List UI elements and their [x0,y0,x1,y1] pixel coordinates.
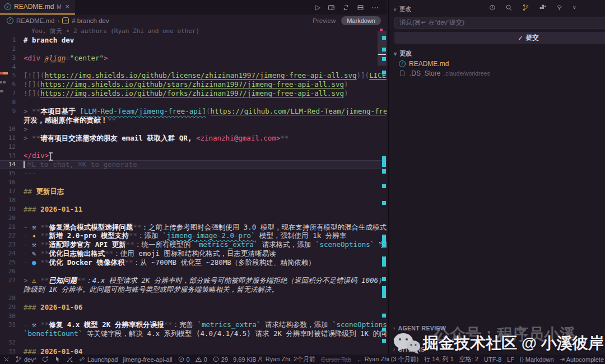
play-icon[interactable]: ▷ [315,3,320,11]
panel-section-gitlens[interactable]: ›GITLENS [389,344,605,354]
status-item[interactable] [66,356,73,363]
code-line[interactable]: `benefitCount` 等关键字段，解决 4.x 系列模型 (4.0/4.… [0,329,387,338]
code-line[interactable]: 20 [0,214,387,223]
code-line[interactable]: 24- ✎ **优化日志输出格式**：使用 emoji 图标和结构化格式，日志更… [0,249,387,258]
code-line[interactable]: 10> [0,125,387,134]
status-item-0[interactable]: 0 [195,356,207,363]
code-line[interactable]: 29### 2026-01-06 [0,303,387,312]
code-line[interactable]: 14⌘L to chat, ⌘K to generate [0,160,387,169]
broadcast-icon[interactable] [556,4,563,11]
code-line[interactable]: 13</div> [0,151,387,160]
source-control-icon[interactable] [522,4,529,11]
code-line[interactable]: 2 [0,45,387,54]
code-line[interactable]: 17## 更新日志 [0,187,387,196]
status-item-utf-8[interactable]: UTF-8 [484,356,501,363]
status-item-autocomplete[interactable]: ⇥Autocomplete [560,356,604,363]
commit-button[interactable]: ✓ 提交 [394,32,605,44]
status-item-markdown[interactable]: {}Markdown [520,356,553,363]
code-line[interactable]: 18 [0,196,387,205]
tab-key-icon[interactable]: ⇥ [560,356,565,363]
status-item-29[interactable]: 29 [212,356,228,363]
code-line[interactable]: 5[![](https://img.shields.io/github/lice… [0,71,387,80]
code-line[interactable]: 31- ⚒ **修复 4.x 模型 2K 分辨率积分误报**：完善 `metri… [0,320,387,329]
code-line[interactable]: 7![](https://img.shields.io/github/forks… [0,89,387,98]
breadcrumb-file[interactable]: README.md [16,17,54,24]
preview-label[interactable]: Preview [313,17,336,24]
swords-icon[interactable] [66,356,73,363]
changes-tree-header[interactable]: ∨ 更改 [393,49,605,58]
code-line[interactable]: 19### 2026-01-11 [0,205,387,214]
code-line[interactable]: 8 [0,98,387,107]
scrollbar[interactable] [376,27,387,354]
status-item-jimeng-free-api-all[interactable]: jimeng-free-api-all [123,356,172,363]
readme-file-icon[interactable]: i [399,60,406,67]
close-icon[interactable]: × [66,3,69,11]
extensions-icon[interactable] [539,4,546,11]
status-item-9-69-kib[interactable]: 9.69 KiB [233,356,257,363]
more-icon[interactable]: ⋯ [371,3,379,12]
changed-file-row[interactable]: iREADME.md [389,59,605,68]
breadcrumb[interactable]: i README.md › ≡ # branch dev Preview Mar… [0,15,387,27]
code-line[interactable]: 4 [0,63,387,72]
code-line[interactable]: 9> **本项目基于 [LLM-Red-Team/jimeng-free-api… [0,107,387,116]
code-line[interactable]: 28 [0,294,387,303]
sync-icon[interactable] [41,356,49,363]
git-branch-icon[interactable] [15,356,22,363]
code-line[interactable]: 1# branch dev [0,36,387,45]
tab-readme[interactable]: i README.md M × [0,0,75,15]
link-icon[interactable] [78,356,86,363]
status-item[interactable] [3,356,10,363]
code-line[interactable]: 30 [0,312,387,321]
file-icon[interactable] [399,69,406,77]
open-preview-icon[interactable] [328,4,335,11]
status-item-cursor-tab[interactable]: Cursor Tab [321,356,351,363]
person-icon[interactable] [257,356,264,363]
changed-file-row[interactable]: .DS_Store.claude/worktrees [389,68,605,78]
status-item-0[interactable]: 0 [178,356,190,363]
arrow-left-icon[interactable]: ← [357,356,363,363]
history-icon[interactable] [488,4,496,11]
remote-icon[interactable] [3,356,10,363]
code-line[interactable]: 16 [0,178,387,187]
panel-section-agent-review[interactable]: ›AGENT REVIEW [389,323,605,333]
status-item-lf[interactable]: LF [507,356,514,363]
info-icon[interactable] [212,356,220,363]
status-item-dev-[interactable]: dev* [15,356,36,363]
status-item-ryan-zhi-2个月前[interactable]: Ryan Zhi, 2个月前 [257,355,315,363]
code-line[interactable]: 23- ⚒ **适配即梦官方 API 更新**：统一所有模型的 `metrics… [0,240,387,249]
markdown-mode-pill[interactable]: Markdown [341,16,381,25]
status-item-行-14-列-1[interactable]: 行 14, 列 1 [424,355,454,363]
status-item[interactable] [54,356,61,363]
warning-icon[interactable] [195,356,202,363]
status-item-ryan-zhi-3-个月前-[interactable]: ←Ryan Zhi (3 个月前) [357,355,419,363]
code-line[interactable]: 11> **请有项目交流需求的朋友 email 获取入群 QR, <zinanz… [0,134,387,143]
pointer-icon[interactable] [54,356,61,363]
error-icon[interactable] [178,356,185,363]
code-editor[interactable]: You, 前天 • 2 authors (Ryan Zhi and one ot… [0,27,387,356]
commit-message-input[interactable]: 消息(⌘↵ 在"dev"提交) [394,17,605,29]
search-icon[interactable] [505,4,513,11]
status-item-空格-2[interactable]: 空格: 2 [459,355,478,363]
breadcrumb-symbol[interactable]: # branch dev [72,17,109,24]
code-line[interactable]: 降级到 1K 分辨率。此问题可能与账号类型或即梦服务端策略相关，暂无法解决。 [0,285,387,294]
split-editor-icon[interactable] [357,4,364,11]
code-line[interactable]: 3<div align="center"> [0,54,387,63]
code-line[interactable]: 12 [0,143,387,152]
chevron-down-icon[interactable]: ∨ [573,4,576,10]
blame-annotation[interactable]: You, 前天 • 2 authors (Ryan Zhi and one ot… [0,27,387,36]
open-changes-icon[interactable] [342,4,350,11]
status-item-launchpad[interactable]: Launchpad [78,356,118,363]
code-line[interactable]: 21- ⚒ **修复混合模式模型选择问题**：之前上传参考图时会强制使用 3.0… [0,223,387,232]
code-line[interactable]: 27> ⚠ **已知问题**：4.x 模型请求 2K 分辨率时，部分账号可能被即… [0,276,387,285]
code-line[interactable]: 26 [0,267,387,276]
status-item[interactable] [41,356,49,363]
line-number: 9 [0,107,19,116]
code-line[interactable]: 22- ✦ **新增 2.0-pro 模型支持**：添加 `jimeng-ima… [0,231,387,240]
code-line[interactable]: 6![](https://img.shields.io/github/stars… [0,80,387,89]
code-line[interactable]: 15--- [0,169,387,178]
code-line[interactable]: 25- ● **优化 Docker 镜像体积**：从 ~700MB 优化至 ~2… [0,258,387,267]
panel-section-图形[interactable]: ›图形 [389,333,605,344]
braces-icon[interactable]: {} [520,356,524,362]
code-line[interactable]: 开发，感谢原作者的贡献！** [0,116,387,125]
code-line[interactable]: 32 [0,338,387,347]
